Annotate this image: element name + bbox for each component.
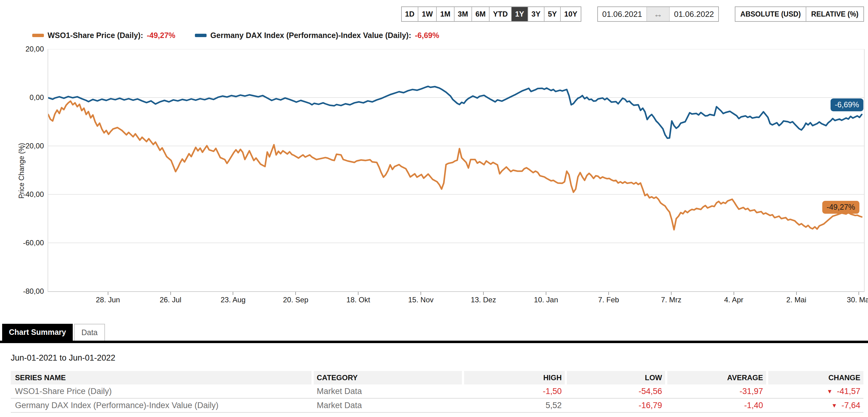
x-tick-mark — [734, 292, 734, 295]
row-high: -1,50 — [464, 384, 565, 398]
x-tick-mark — [859, 292, 859, 295]
range-button-1d[interactable]: 1D — [402, 7, 418, 21]
row-low: -16,79 — [567, 398, 665, 412]
y-tick-label: -60,00 — [0, 239, 44, 247]
bottom-tabs: Chart Summary Data — [2, 324, 105, 341]
table-row: Germany DAX Index (Performance)-Index Va… — [11, 398, 863, 413]
x-tick-mark — [796, 292, 797, 295]
y-tick-label: -40,00 — [0, 190, 44, 199]
legend-item-dax: Germany DAX Index (Performance)-Index Va… — [195, 31, 439, 40]
date-to-field[interactable]: 01.06.2022 — [670, 7, 718, 21]
legend-value-dax: -6,69% — [415, 31, 439, 40]
range-button-6m[interactable]: 6M — [472, 7, 490, 21]
row-change: ▼ -7,64 — [768, 398, 863, 412]
x-tick-mark — [170, 292, 171, 295]
chart-summary-table: SERIES NAME CATEGORY HIGH LOW AVERAGE CH… — [11, 371, 863, 413]
table-row: WSO1-Share Price (Daily) Market Data -1,… — [11, 384, 863, 398]
triangle-down-icon: ▼ — [827, 388, 833, 394]
tab-underline-bar — [0, 341, 868, 343]
app-root: 1D1W1M3M6MYTD1Y3Y5Y10Y 01.06.2021 ↔ 01.0… — [0, 0, 868, 417]
series-end-badge: -49,27% — [822, 201, 859, 214]
y-tick-label: -20,00 — [0, 142, 44, 150]
tab-data[interactable]: Data — [74, 324, 105, 341]
x-tick-mark — [608, 292, 609, 295]
legend-swatch-wso1 — [32, 34, 44, 37]
row-series-name: WSO1-Share Price (Daily) — [11, 384, 312, 398]
relative-percent-button[interactable]: RELATIVE (%) — [806, 7, 863, 21]
y-tick-label: 20,00 — [0, 45, 44, 54]
x-tick-label: 7. Mrz — [650, 296, 693, 304]
x-tick-label: 23. Aug — [212, 296, 254, 304]
x-tick-label: 26. Jul — [149, 296, 192, 304]
x-tick-label: 18. Okt — [337, 296, 380, 304]
header-high: HIGH — [464, 371, 565, 384]
x-tick-label: 4. Apr — [712, 296, 755, 304]
header-average: AVERAGE — [667, 371, 766, 384]
x-tick-label: 30. Mai — [837, 296, 868, 304]
range-button-1m[interactable]: 1M — [437, 7, 454, 21]
price-change-chart — [48, 49, 865, 292]
tab-chart-summary[interactable]: Chart Summary — [2, 324, 73, 341]
x-tick-mark — [421, 292, 421, 295]
row-category: Market Data — [314, 384, 462, 398]
x-tick-label: 7. Feb — [587, 296, 630, 304]
swap-arrow-icon: ↔ — [646, 7, 670, 21]
x-tick-mark — [232, 292, 233, 295]
legend-value-wso1: -49,27% — [147, 31, 175, 40]
series-end-badge: -6,69% — [831, 98, 863, 111]
x-tick-label: 10. Jan — [525, 296, 567, 304]
y-tick-label: 0,00 — [0, 93, 44, 102]
value-mode-button-group: ABSOLUTE (USD) RELATIVE (%) — [735, 6, 864, 22]
x-tick-mark — [546, 292, 546, 295]
x-tick-mark — [671, 292, 672, 295]
header-low: LOW — [567, 371, 665, 384]
legend-item-wso1: WSO1-Share Price (Daily): -49,27% — [32, 31, 175, 40]
x-tick-label: 20. Sep — [274, 296, 317, 304]
summary-period-label: Jun-01-2021 to Jun-01-2022 — [11, 353, 115, 363]
legend-label-dax: Germany DAX Index (Performance)-Index Va… — [210, 31, 411, 40]
row-change-value: -7,64 — [841, 401, 860, 410]
row-high: 5,52 — [464, 398, 565, 412]
x-tick-mark — [108, 292, 108, 295]
row-change: ▼ -41,57 — [768, 384, 863, 398]
chart-canvas — [48, 49, 864, 291]
time-range-button-group: 1D1W1M3M6MYTD1Y3Y5Y10Y — [401, 6, 582, 22]
row-series-name: Germany DAX Index (Performance)-Index Va… — [11, 398, 312, 412]
triangle-down-icon: ▼ — [832, 403, 837, 408]
range-button-1w[interactable]: 1W — [418, 7, 437, 21]
table-header-row: SERIES NAME CATEGORY HIGH LOW AVERAGE CH… — [11, 371, 863, 384]
x-tick-label: 13. Dez — [462, 296, 505, 304]
date-range-picker: 01.06.2021 ↔ 01.06.2022 — [597, 6, 719, 22]
legend-label-wso1: WSO1-Share Price (Daily): — [48, 31, 143, 40]
x-tick-mark — [358, 292, 359, 295]
y-tick-label: -80,00 — [0, 287, 44, 296]
date-from-field[interactable]: 01.06.2021 — [598, 7, 646, 21]
legend-swatch-dax — [195, 34, 207, 37]
x-tick-label: 28. Jun — [87, 296, 129, 304]
row-average: -31,97 — [667, 384, 766, 398]
range-button-ytd[interactable]: YTD — [490, 7, 512, 21]
range-button-1y[interactable]: 1Y — [512, 7, 528, 21]
range-button-5y[interactable]: 5Y — [545, 7, 561, 21]
row-category: Market Data — [314, 398, 462, 412]
row-change-value: -41,57 — [837, 387, 860, 396]
row-low: -54,56 — [567, 384, 665, 398]
x-tick-label: 2. Mai — [775, 296, 818, 304]
header-change: CHANGE — [768, 371, 863, 384]
header-category: CATEGORY — [314, 371, 462, 384]
top-toolbar: 1D1W1M3M6MYTD1Y3Y5Y10Y 01.06.2021 ↔ 01.0… — [401, 6, 864, 22]
header-series-name: SERIES NAME — [11, 371, 312, 384]
chart-legend: WSO1-Share Price (Daily): -49,27% German… — [32, 31, 439, 40]
row-average: -1,40 — [667, 398, 766, 412]
x-tick-label: 15. Nov — [399, 296, 442, 304]
absolute-usd-button[interactable]: ABSOLUTE (USD) — [735, 7, 806, 21]
range-button-3y[interactable]: 3Y — [528, 7, 545, 21]
x-tick-mark — [483, 292, 484, 295]
range-button-10y[interactable]: 10Y — [561, 7, 581, 21]
range-button-3m[interactable]: 3M — [455, 7, 472, 21]
x-tick-mark — [295, 292, 296, 295]
